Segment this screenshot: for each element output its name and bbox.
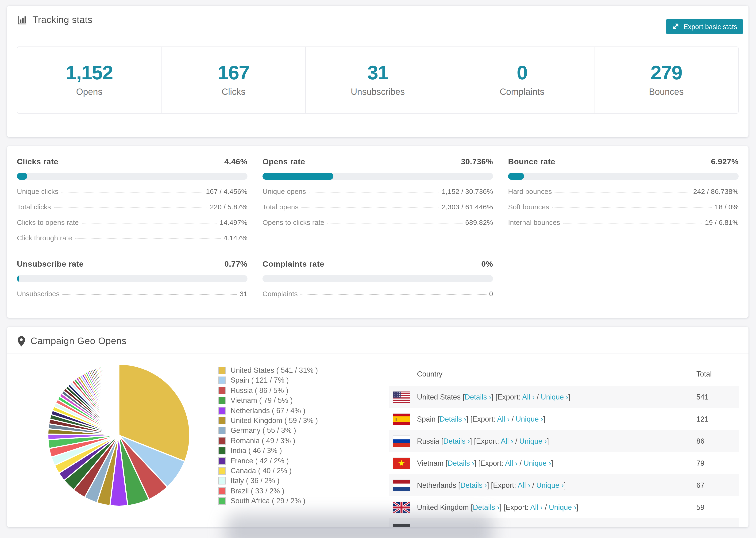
legend-label: United Kingdom ( 59 / 3% ) (231, 416, 318, 425)
tracking-stats-card: Tracking stats Export basic stats 1,152O… (7, 6, 748, 137)
progress-bar (17, 173, 247, 180)
rate-detail-row: Opens to clicks rate689.82% (262, 218, 493, 226)
export-all-link[interactable]: All › (501, 437, 513, 445)
export-unique-link[interactable]: Unique › (519, 437, 547, 445)
export-unique-link[interactable]: Unique › (515, 415, 543, 423)
legend-swatch (218, 397, 226, 404)
legend-swatch (218, 367, 226, 374)
stat-value: 279 (651, 63, 682, 82)
rate-detail-label: Unsubscribes (17, 290, 60, 297)
legend-item: United Kingdom ( 59 / 3% ) (218, 417, 318, 424)
progress-bar-fill (262, 173, 333, 180)
stat-value: 0 (517, 63, 527, 82)
dotted-leader (54, 207, 207, 208)
geo-opens-header: Campaign Geo Opens (7, 327, 748, 347)
rate-title-row: Bounce rate6.927% (508, 157, 739, 167)
table-row: Netherlands [Details ›] [Export: All › /… (389, 474, 739, 496)
rate-detail-value: 19 / 6.81% (705, 218, 739, 226)
country-name: United Kingdom (417, 503, 471, 511)
legend-swatch (218, 487, 226, 495)
legend-item: United States ( 541 / 31% ) (218, 367, 318, 374)
legend-swatch (218, 467, 226, 475)
rate-detail-label: Internal bounces (508, 218, 560, 226)
rate-detail-label: Unique clicks (17, 187, 58, 195)
legend-item: Germany ( 55 / 3% ) (218, 427, 318, 435)
export-all-link[interactable]: All › (530, 503, 543, 511)
rate-detail-row: Unique clicks167 / 4.456% (17, 187, 247, 195)
country-name: Vietnam (417, 459, 446, 467)
rate-rows: Unsubscribes31 (17, 290, 247, 297)
progress-bar-fill (17, 173, 27, 180)
dashboard: Tracking stats Export basic stats 1,152O… (0, 0, 756, 538)
total-cell: 79 (696, 459, 705, 467)
stat-box: 1,152Opens (17, 47, 161, 113)
total-cell: 59 (696, 503, 705, 511)
export-unique-link[interactable]: Unique › (523, 459, 551, 467)
legend-swatch (218, 497, 226, 505)
progress-bar (508, 173, 739, 180)
card-title-geo: Campaign Geo Opens (30, 336, 127, 347)
details-link[interactable]: Details › (473, 503, 500, 511)
flag-de-icon (393, 524, 410, 527)
stat-box: 0Complaints (450, 47, 594, 113)
rate-value: 0.77% (225, 260, 247, 269)
details-link[interactable]: Details › (443, 437, 470, 445)
export-unique-link[interactable]: Unique › (541, 393, 568, 401)
total-cell: 67 (696, 481, 705, 489)
flag-ru-icon (393, 435, 410, 447)
stat-value: 1,152 (66, 63, 113, 82)
rate-detail-row: Unsubscribes31 (17, 290, 247, 297)
pie-legend: United States ( 541 / 31% )Spain ( 121 /… (218, 367, 318, 505)
export-unique-link[interactable]: Unique › (536, 481, 564, 489)
stat-value: 31 (367, 63, 388, 82)
rate-detail-row: Soft bounces18 / 0% (508, 203, 739, 211)
export-basic-stats-button[interactable]: Export basic stats (666, 19, 743, 34)
geo-opens-table: Country Total United States [Details ›] … (389, 362, 739, 527)
flag-gb-icon (393, 502, 410, 513)
dotted-leader (552, 207, 712, 208)
rate-title-row: Opens rate30.736% (262, 157, 493, 167)
details-link[interactable]: Details › (460, 481, 487, 489)
dotted-leader (301, 207, 439, 208)
rate-detail-label: Complaints (262, 290, 298, 297)
rate-detail-value: 14.497% (220, 218, 247, 226)
rate-value: 30.736% (461, 157, 493, 167)
export-unique-link[interactable]: Unique › (549, 503, 576, 511)
legend-label: Spain ( 121 / 7% ) (231, 376, 289, 385)
rates-grid: Clicks rate4.46%Unique clicks167 / 4.456… (17, 157, 739, 297)
legend-item: France ( 42 / 2% ) (218, 457, 318, 464)
divider (7, 353, 748, 354)
stat-label: Clicks (222, 87, 245, 97)
export-button-label: Export basic stats (683, 23, 737, 30)
stat-box: 279Bounces (594, 47, 738, 113)
stat-label: Unsubscribes (351, 87, 405, 97)
dotted-leader (555, 192, 690, 192)
rate-detail-row: Hard bounces242 / 86.738% (508, 187, 739, 195)
table-row: United Kingdom [Details ›] [Export: All … (389, 496, 739, 518)
country-cell: Russia [Details ›] [Export: All › / Uniq… (417, 437, 549, 445)
rate-detail-label: Click through rate (17, 234, 72, 242)
rate-detail-row: Total clicks220 / 5.87% (17, 203, 247, 211)
dotted-leader (81, 223, 217, 224)
legend-label: Russia ( 86 / 5% ) (231, 386, 288, 395)
export-all-link[interactable]: All › (505, 459, 517, 467)
progress-bar (262, 275, 493, 282)
export-all-link[interactable]: All › (518, 481, 530, 489)
rate-title: Complaints rate (262, 260, 324, 269)
bar-chart-icon (17, 15, 27, 25)
column-header-total: Total (696, 370, 712, 378)
stat-value: 167 (218, 63, 249, 82)
rate-value: 4.46% (225, 157, 247, 167)
legend-label: United States ( 541 / 31% ) (231, 366, 318, 375)
details-link[interactable]: Details › (440, 415, 466, 423)
flag-us-icon (393, 391, 410, 403)
stat-label: Opens (76, 87, 102, 97)
flag-es-icon (393, 413, 410, 425)
flag-nl-icon (393, 480, 410, 491)
export-all-link[interactable]: All › (522, 393, 535, 401)
rate-title-row: Unsubscribe rate0.77% (17, 260, 247, 269)
details-link[interactable]: Details › (448, 459, 474, 467)
export-all-link[interactable]: All › (497, 415, 510, 423)
details-link[interactable]: Details › (465, 393, 491, 401)
legend-item: Canada ( 40 / 2% ) (218, 467, 318, 475)
